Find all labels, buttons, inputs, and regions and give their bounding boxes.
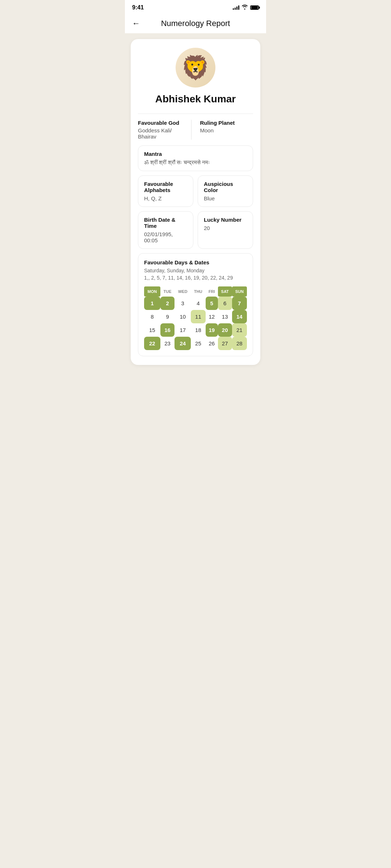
calendar-day-15: 15 xyxy=(144,323,160,337)
color-label: Auspicious Color xyxy=(204,181,247,193)
birthdate-lucky-row: Birth Date & Time 02/01/1995, 00:05 Luck… xyxy=(138,211,253,249)
favourable-god-value: Goddess Kali/ Bhairav xyxy=(138,127,188,140)
favourable-god-label: Favourable God xyxy=(138,120,188,126)
calendar-day-16: 16 xyxy=(160,323,175,337)
calendar-day-12: 12 xyxy=(206,310,218,323)
birthdate-box: Birth Date & Time 02/01/1995, 00:05 xyxy=(138,211,193,249)
calendar-row-1: 1234567 xyxy=(144,297,247,310)
status-icons xyxy=(233,5,259,11)
calendar-day-17: 17 xyxy=(175,323,191,337)
wifi-icon xyxy=(241,5,248,11)
numerology-card: 🦁 Abhishek Kumar Favourable God Goddess … xyxy=(131,39,260,365)
calendar-day-22: 22 xyxy=(144,337,160,350)
calendar-day-3: 3 xyxy=(175,297,191,310)
calendar-day-25: 25 xyxy=(191,337,206,350)
calendar-grid: MONTUEWEDTHUFRISATSUN 123456789101112131… xyxy=(144,286,247,350)
calendar-header-mon: MON xyxy=(144,286,160,297)
ruling-planet-value: Moon xyxy=(200,127,251,133)
back-button[interactable]: ← xyxy=(132,19,140,28)
calendar-header-wed: WED xyxy=(175,286,191,297)
calendar-header-row: MONTUEWEDTHUFRISATSUN xyxy=(144,286,247,297)
calendar-day-19: 19 xyxy=(206,323,218,337)
calendar-day-7: 7 xyxy=(232,297,247,310)
fav-days-days: Saturday, Sunday, Monday xyxy=(144,268,247,273)
color-box: Auspicious Color Blue xyxy=(198,175,253,207)
lucky-number-label: Lucky Number xyxy=(204,217,247,223)
calendar-day-8: 8 xyxy=(144,310,160,323)
lion-icon: 🦁 xyxy=(181,54,210,81)
avatar: 🦁 xyxy=(176,48,215,88)
alphabets-box: Favourable Alphabets H, Q, Z xyxy=(138,175,193,207)
fav-days-title: Favourable Days & Dates xyxy=(144,259,247,265)
calendar-day-14: 14 xyxy=(232,310,247,323)
lucky-number-box: Lucky Number 20 xyxy=(198,211,253,249)
alphabets-label: Favourable Alphabets xyxy=(144,181,187,193)
user-name: Abhishek Kumar xyxy=(155,93,236,105)
page-title: Numerology Report xyxy=(146,19,245,28)
calendar-day-13: 13 xyxy=(218,310,232,323)
calendar-day-10: 10 xyxy=(175,310,191,323)
calendar-row-3: 15161718192021 xyxy=(144,323,247,337)
god-planet-row: Favourable God Goddess Kali/ Bhairav Rul… xyxy=(138,114,253,140)
calendar-row-4: 22232425262728 xyxy=(144,337,247,350)
calendar-body: 1234567891011121314151617181920212223242… xyxy=(144,297,247,350)
calendar-header-sat: SAT xyxy=(218,286,232,297)
calendar-header-sun: SUN xyxy=(232,286,247,297)
alphabets-color-row: Favourable Alphabets H, Q, Z Auspicious … xyxy=(138,175,253,207)
calendar-header-fri: FRI xyxy=(206,286,218,297)
profile-section: 🦁 Abhishek Kumar xyxy=(138,48,253,105)
calendar-day-23: 23 xyxy=(160,337,175,350)
birthdate-value: 02/01/1995, 00:05 xyxy=(144,231,187,243)
lucky-number-value: 20 xyxy=(204,225,247,231)
calendar-day-27: 27 xyxy=(218,337,232,350)
ruling-planet-label: Ruling Planet xyxy=(200,120,251,126)
favourable-days-box: Favourable Days & Dates Saturday, Sunday… xyxy=(138,253,253,356)
calendar-day-21: 21 xyxy=(232,323,247,337)
calendar-day-11: 11 xyxy=(191,310,206,323)
status-time: 9:41 xyxy=(132,4,144,11)
fav-days-dates: 1,, 2, 5, 7, 11, 14, 16, 19, 20, 22, 24,… xyxy=(144,275,247,281)
calendar-day-9: 9 xyxy=(160,310,175,323)
calendar-day-2: 2 xyxy=(160,297,175,310)
alphabets-value: H, Q, Z xyxy=(144,195,187,201)
calendar-day-24: 24 xyxy=(175,337,191,350)
calendar-day-6: 6 xyxy=(218,297,232,310)
calendar-day-1: 1 xyxy=(144,297,160,310)
favourable-god-cell: Favourable God Goddess Kali/ Bhairav xyxy=(138,120,192,140)
calendar-day-18: 18 xyxy=(191,323,206,337)
mantra-label: Mantra xyxy=(144,151,247,157)
calendar-row-2: 891011121314 xyxy=(144,310,247,323)
page-header: ← Numerology Report xyxy=(125,14,266,33)
mantra-value: ॐ श्रीं श्रीं श्रौं सः चन्द्रमसे नमः xyxy=(144,159,247,166)
birthdate-label: Birth Date & Time xyxy=(144,217,187,229)
calendar-day-28: 28 xyxy=(232,337,247,350)
calendar-header-thu: THU xyxy=(191,286,206,297)
mantra-box: Mantra ॐ श्रीं श्रीं श्रौं सः चन्द्रमसे … xyxy=(138,145,253,171)
calendar-day-4: 4 xyxy=(191,297,206,310)
color-value: Blue xyxy=(204,195,247,201)
status-bar: 9:41 xyxy=(125,0,266,14)
signal-icon xyxy=(233,5,239,10)
calendar-day-5: 5 xyxy=(206,297,218,310)
calendar-header-tue: TUE xyxy=(160,286,175,297)
ruling-planet-cell: Ruling Planet Moon xyxy=(197,120,253,140)
calendar-day-26: 26 xyxy=(206,337,218,350)
battery-icon xyxy=(250,5,259,10)
main-content: 🦁 Abhishek Kumar Favourable God Goddess … xyxy=(125,33,266,371)
calendar-day-20: 20 xyxy=(218,323,232,337)
